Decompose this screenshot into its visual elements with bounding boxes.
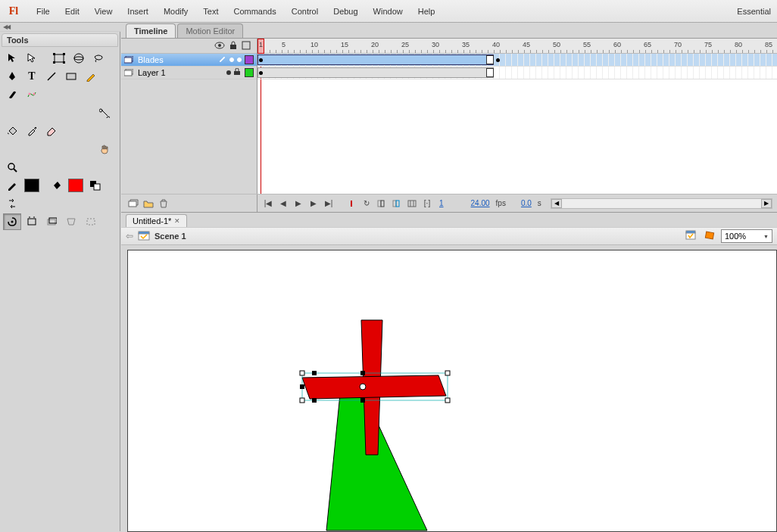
tab-motion-editor[interactable]: Motion Editor	[177, 23, 243, 38]
scene-name[interactable]: Scene 1	[154, 232, 186, 241]
transform-handle[interactable]	[360, 371, 365, 375]
menu-modify[interactable]: Modify	[156, 2, 195, 20]
transform-handle[interactable]	[445, 398, 450, 403]
workspace-switcher[interactable]: Essential	[731, 2, 777, 20]
tab-timeline[interactable]: Timeline	[126, 23, 176, 38]
keyframe-icon[interactable]	[259, 71, 263, 75]
bone-tool[interactable]	[95, 104, 114, 121]
menu-text[interactable]: Text	[195, 2, 226, 20]
eraser-tool[interactable]	[42, 123, 61, 139]
menu-file[interactable]: File	[29, 2, 58, 20]
swap-colors[interactable]	[3, 195, 21, 212]
play[interactable]: ▶	[292, 198, 304, 210]
layer-lock-icon[interactable]	[234, 68, 242, 77]
tools-collapse-bar[interactable]: ◀◀	[0, 23, 120, 32]
stroke-color-swatch[interactable]	[23, 177, 41, 194]
step-back[interactable]: ◀	[277, 198, 289, 210]
loop-button[interactable]: ↻	[360, 198, 373, 210]
zoom-tool[interactable]	[3, 159, 21, 176]
option-btn-5[interactable]	[82, 213, 100, 230]
menu-debug[interactable]: Debug	[326, 2, 365, 20]
onion-skin[interactable]	[376, 198, 388, 210]
menu-control[interactable]: Control	[284, 2, 326, 20]
rectangle-tool[interactable]	[62, 68, 80, 85]
lock-header-icon[interactable]	[229, 41, 237, 51]
frame-span[interactable]	[257, 54, 494, 65]
current-frame[interactable]: 1	[436, 199, 447, 207]
menu-view[interactable]: View	[87, 2, 120, 20]
hand-tool[interactable]	[95, 141, 114, 157]
line-tool[interactable]	[42, 68, 61, 85]
step-forward[interactable]: ▶	[307, 198, 320, 210]
lasso-tool[interactable]	[89, 50, 108, 67]
new-layer-button[interactable]	[127, 198, 139, 210]
end-frame-icon[interactable]	[486, 68, 494, 77]
end-frame-icon[interactable]	[486, 55, 494, 64]
fill-color-tool[interactable]	[47, 177, 65, 194]
text-tool[interactable]: T	[23, 68, 41, 85]
center-frame[interactable]	[345, 198, 357, 210]
subselection-tool[interactable]	[23, 50, 41, 67]
transform-pivot[interactable]	[360, 384, 366, 390]
edit-symbol-icon[interactable]	[703, 229, 716, 243]
scene-back-icon[interactable]: ⇦	[126, 231, 133, 241]
goto-last-frame[interactable]: ▶|	[323, 198, 335, 210]
goto-first-frame[interactable]: |◀	[262, 198, 274, 210]
keyframe-icon[interactable]	[496, 58, 500, 62]
option-btn-3[interactable]	[42, 213, 61, 230]
layer-row-layer1[interactable]: Layer 1	[121, 67, 257, 79]
shape-blade-horizontal[interactable]	[302, 375, 446, 399]
menu-commands[interactable]: Commands	[226, 2, 283, 20]
timeline-scrollbar[interactable]: ◀ ▶	[551, 198, 772, 209]
eyedropper-tool[interactable]	[23, 123, 41, 139]
modify-markers[interactable]: [·]	[421, 198, 433, 210]
menu-window[interactable]: Window	[366, 2, 410, 20]
layer-lock-dot[interactable]	[237, 58, 242, 62]
menu-edit[interactable]: Edit	[58, 2, 87, 20]
menu-help[interactable]: Help	[410, 2, 443, 20]
deco-tool[interactable]	[23, 86, 41, 103]
layer-row-blades[interactable]: Blades	[121, 54, 257, 67]
frame-rate[interactable]: 24.00	[468, 199, 493, 207]
visibility-header-icon[interactable]	[214, 42, 225, 51]
transform-handle[interactable]	[300, 384, 304, 389]
frame-span[interactable]	[257, 67, 494, 78]
brush-tool[interactable]	[3, 86, 21, 103]
edit-scene-icon[interactable]	[685, 229, 698, 243]
transform-handle[interactable]	[300, 371, 304, 375]
layer-outline-color[interactable]	[245, 68, 254, 77]
edit-multiple-frames[interactable]	[406, 198, 418, 210]
transform-handle[interactable]	[300, 398, 304, 403]
transform-handle[interactable]	[360, 398, 365, 403]
free-transform-tool[interactable]	[50, 50, 68, 67]
option-btn-2[interactable]	[23, 213, 41, 230]
close-tab-icon[interactable]: ✕	[174, 217, 180, 225]
elapsed-time[interactable]: 0.0	[518, 199, 535, 207]
selection-tool[interactable]	[3, 50, 21, 67]
layer-outline-color[interactable]	[245, 55, 254, 64]
document-tab[interactable]: Untitled-1* ✕	[126, 214, 187, 227]
pencil-tool[interactable]	[82, 68, 100, 85]
fill-color-swatch[interactable]	[67, 177, 85, 194]
3d-rotation-tool[interactable]	[70, 50, 88, 67]
frame-row-blades[interactable]	[257, 54, 777, 67]
stroke-color-tool[interactable]	[3, 177, 21, 194]
option-btn-4[interactable]	[62, 213, 80, 230]
outline-header-icon[interactable]	[242, 41, 251, 51]
transform-handle[interactable]	[312, 398, 317, 403]
onion-skin-outlines[interactable]	[391, 198, 403, 210]
chevron-down-icon[interactable]: ▼	[763, 234, 769, 239]
paint-bucket-tool[interactable]	[3, 123, 21, 139]
stage-artwork[interactable]	[128, 250, 772, 532]
keyframe-icon[interactable]	[259, 58, 263, 62]
layer-visibility-dot[interactable]	[226, 70, 231, 75]
scroll-left-icon[interactable]: ◀	[551, 199, 562, 208]
frame-row-layer1[interactable]	[257, 67, 777, 79]
delete-layer-button[interactable]	[158, 198, 170, 210]
transform-handle[interactable]	[312, 371, 317, 375]
snap-to-objects[interactable]	[3, 213, 21, 230]
black-white-swatch[interactable]	[86, 177, 105, 194]
timeline-frame-rows[interactable]	[257, 54, 777, 194]
stage[interactable]	[127, 250, 777, 532]
zoom-level-input[interactable]: 100% ▼	[721, 229, 772, 243]
